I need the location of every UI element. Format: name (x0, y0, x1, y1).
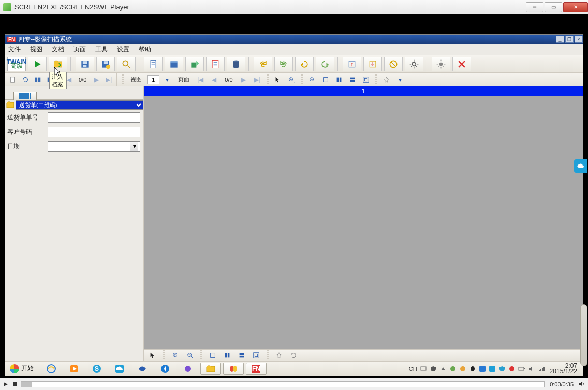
rotate-right-button[interactable] (316, 57, 334, 71)
lang-indicator[interactable]: CH (409, 366, 417, 372)
side-scroll-handle[interactable] (580, 304, 587, 366)
status-refresh-icon[interactable] (288, 350, 299, 361)
import-file-button[interactable]: 汇入档案 (49, 57, 67, 71)
start-button[interactable]: 开始 (7, 364, 37, 373)
document-type-select[interactable]: 送货单(二维码) (16, 100, 143, 110)
maximize-button[interactable]: ▭ (545, 2, 562, 12)
menu-document[interactable]: 文档 (52, 45, 64, 54)
tray-up-icon[interactable] (439, 365, 447, 372)
save-button[interactable] (76, 57, 94, 71)
archive-button[interactable] (165, 57, 183, 71)
app-restore-button[interactable]: ❐ (565, 36, 574, 43)
preview-button[interactable] (117, 57, 136, 71)
status-fit-height-icon[interactable] (236, 350, 247, 361)
list-button[interactable] (206, 57, 225, 71)
date-input[interactable]: ▾ (48, 141, 140, 152)
tray-qq-icon[interactable] (469, 365, 476, 372)
tray-bluetooth-icon[interactable] (479, 365, 486, 372)
menu-view[interactable]: 视图 (30, 45, 42, 54)
viewer-tab-header[interactable]: 1 (144, 86, 583, 96)
tray-cloud2-icon[interactable] (489, 365, 496, 372)
view-number-input[interactable] (147, 75, 159, 84)
player-play-button[interactable] (2, 381, 9, 388)
minimize-button[interactable]: ━ (526, 2, 543, 12)
view-dual-icon[interactable] (32, 74, 43, 85)
delete-button[interactable] (452, 57, 471, 71)
tray-desktop-icon[interactable] (420, 365, 427, 372)
view-dropdown-icon[interactable]: ▾ (161, 74, 173, 85)
rotate-left-button[interactable] (295, 57, 314, 71)
app-close-button[interactable]: × (575, 36, 583, 43)
tray-network-icon[interactable] (538, 365, 545, 372)
status-zoom-out-icon[interactable] (184, 350, 196, 361)
tray-battery-icon[interactable] (518, 365, 525, 372)
app-titlebar: FN 四专--影像扫描系统 _ ❐ × (5, 35, 583, 44)
crop-in-button[interactable] (343, 57, 361, 71)
new-doc-icon[interactable] (7, 74, 19, 85)
status-zoom-in-icon[interactable] (170, 350, 181, 361)
task-ie-icon[interactable] (41, 363, 62, 375)
status-pointer-icon[interactable] (147, 350, 158, 361)
database-button[interactable] (227, 57, 245, 71)
svg-rect-3 (83, 65, 87, 67)
tray-volume-icon[interactable] (528, 365, 535, 372)
task-vs-icon[interactable] (178, 363, 198, 375)
document-button[interactable] (144, 57, 163, 71)
fit-width-icon[interactable] (333, 74, 345, 85)
tray-beats-icon[interactable] (508, 365, 516, 372)
save-as-button[interactable] (96, 57, 115, 71)
zoom-out-icon[interactable] (306, 74, 318, 85)
task-media-icon[interactable] (64, 363, 84, 375)
delivery-no-input[interactable] (48, 112, 140, 123)
taskbar-clock[interactable]: 2:07 2015/1/22 (548, 363, 579, 374)
side-cloud-tab[interactable] (574, 159, 587, 173)
menu-page[interactable]: 页面 (74, 45, 86, 54)
zoom-in-icon[interactable] (286, 74, 297, 85)
tray-security-icon[interactable] (498, 365, 506, 372)
tray-green-icon[interactable] (449, 365, 457, 372)
task-skype-icon[interactable]: S (86, 363, 107, 375)
twain-button[interactable]: TWAIN 高级 (7, 57, 26, 71)
status-pin-icon[interactable] (273, 350, 285, 361)
export-button[interactable] (185, 57, 204, 71)
pin-icon[interactable] (381, 74, 392, 85)
player-stop-button[interactable] (11, 381, 19, 388)
menu-settings[interactable]: 设置 (117, 45, 129, 54)
more-dropdown-icon[interactable]: ▾ (394, 74, 406, 85)
svg-point-26 (413, 62, 416, 66)
tray-orange-icon[interactable] (459, 365, 466, 372)
task-bird-icon[interactable] (132, 363, 153, 375)
player-seekbar[interactable] (21, 381, 545, 387)
actual-size-icon[interactable] (360, 74, 372, 85)
menu-tools[interactable]: 工具 (95, 45, 108, 54)
pointer-icon[interactable] (272, 74, 284, 85)
settings-gear-button[interactable] (405, 57, 423, 71)
deny-button[interactable] (384, 57, 403, 71)
tray-shield-icon[interactable] (430, 365, 437, 372)
chevron-down-icon[interactable]: ▾ (130, 142, 138, 151)
task-fn-icon[interactable]: FN (246, 363, 267, 375)
keyboard-tab[interactable] (13, 92, 37, 100)
image-viewer[interactable] (144, 96, 583, 349)
fit-page-icon[interactable] (320, 74, 331, 85)
task-compass-icon[interactable] (155, 363, 175, 375)
menu-help[interactable]: 帮助 (139, 45, 151, 54)
status-actual-size-icon[interactable] (251, 350, 262, 361)
fit-height-icon[interactable] (347, 74, 358, 85)
task-link-icon[interactable] (223, 363, 244, 375)
task-explorer-icon[interactable] (200, 363, 221, 375)
task-cloud-icon[interactable] (109, 363, 130, 375)
scan-button[interactable] (28, 57, 47, 71)
brightness-button[interactable] (432, 57, 450, 71)
player-volume-icon[interactable] (579, 381, 586, 388)
app-minimize-button[interactable]: _ (556, 36, 564, 43)
refresh-icon[interactable] (20, 74, 31, 85)
status-fit-width-icon[interactable] (222, 350, 233, 361)
redo-button[interactable] (254, 57, 272, 71)
undo-button[interactable] (274, 57, 293, 71)
close-button[interactable]: ✕ (563, 2, 588, 12)
crop-out-button[interactable] (363, 57, 382, 71)
menu-file[interactable]: 文件 (8, 45, 21, 54)
customer-no-input[interactable] (48, 127, 140, 137)
status-fit-page-icon[interactable] (207, 350, 218, 361)
